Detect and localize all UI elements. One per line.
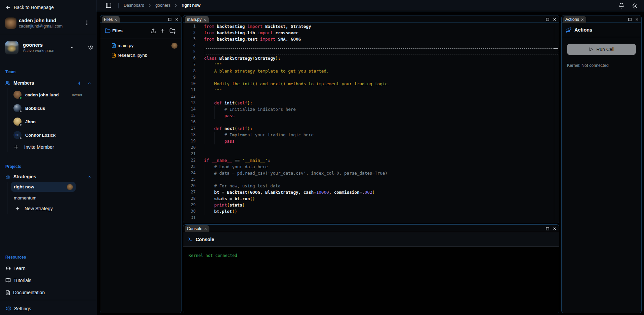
maximize-icon[interactable] [546,17,550,21]
strategy-item-momentum[interactable]: momentum [14,195,37,200]
back-to-homepage-button[interactable]: Back to Homepage [0,3,96,12]
maximize-icon[interactable] [546,227,550,231]
sidebar-item-documentation[interactable]: Documentation [5,289,89,296]
code-line[interactable]: 29 print(stats) [183,202,559,208]
code-line[interactable]: 28 stats = bt.run() [183,195,559,202]
invite-member-button[interactable]: Invite Member [13,144,91,150]
line-number: 6 [183,55,196,61]
breadcrumb-right-now[interactable]: right now [182,3,200,8]
close-icon[interactable] [553,17,557,21]
run-cell-button[interactable]: Run Cell [567,44,636,55]
profile-menu-button[interactable] [84,20,89,26]
divider [118,3,119,8]
code-line[interactable]: 4 [183,42,559,49]
close-icon[interactable] [553,227,557,231]
code-line[interactable]: 24 # data = pd.read_csv('your_data.csv',… [183,170,559,176]
console-output[interactable]: Kernel not connected [183,247,559,313]
line-number: 14 [183,106,196,113]
chevron-up-icon[interactable] [87,81,91,85]
breadcrumb-gooners[interactable]: gooners [155,3,170,8]
bell-icon[interactable] [618,3,625,9]
member-row[interactable]: caden john lundowner [13,90,91,99]
members-header[interactable]: Members 4 [5,80,91,86]
code-line[interactable]: 7 """ [183,61,559,68]
code-line[interactable]: 15 pass [183,113,559,119]
strategies-header[interactable]: Strategies [5,174,91,179]
code-line[interactable]: 13 def init(self): [183,100,559,106]
strategy-item-right-now[interactable]: right now [11,182,76,192]
close-icon[interactable] [114,18,118,21]
code-line[interactable]: 26 # For now, using test data [183,183,559,189]
code-line[interactable]: 18 # Implement your trading logic here [183,132,559,138]
close-icon[interactable] [175,17,179,21]
user-name: caden john lund [19,17,91,24]
code-line[interactable]: 6class BlankStrategy(Strategy): [183,55,559,61]
sidebar-item-settings[interactable]: Settings [6,305,90,312]
close-icon[interactable] [635,17,639,21]
file-row[interactable]: research.ipynb [100,50,181,60]
tab-files[interactable]: Files [102,16,120,23]
upload-icon[interactable] [151,28,156,34]
sidebar-item-tutorials[interactable]: Tutorials [5,277,89,283]
code-editor[interactable]: 1from backtesting import Backtest, Strat… [183,23,559,223]
new-strategy-label: New Strategy [25,206,53,211]
code-line[interactable]: 31 [183,215,559,221]
maximize-icon[interactable] [168,17,172,21]
sidebar-item-learn[interactable]: Learn [5,265,89,271]
member-row[interactable]: Bobbicus [13,103,91,113]
code-line[interactable]: 19 pass [183,138,559,144]
code-line[interactable]: 23 # Load your data here [183,164,559,170]
code-line[interactable]: 9 [183,74,559,81]
tab-actions[interactable]: Actions [563,16,586,23]
line-number: 31 [183,215,196,221]
panel-left-toggle-icon[interactable] [106,2,112,8]
user-profile[interactable]: caden john lund cadenjlund@gmail.com [5,17,91,29]
workspace-name: gooners [23,42,92,48]
line-number: 28 [183,195,196,202]
close-icon[interactable] [204,227,207,231]
code-line[interactable]: 12 [183,93,559,100]
file-code-icon [111,53,116,58]
code-line[interactable]: 30 bt.plot() [183,208,559,215]
divider [0,300,96,300]
member-row[interactable]: CLConnor Lozick [13,130,91,140]
workspace-settings-gear-icon[interactable] [88,45,93,50]
workspace-switcher[interactable]: gooners Active workspace [5,41,92,55]
chevron-up-icon[interactable] [87,175,91,179]
bar-chart-icon [5,174,10,179]
code-line[interactable]: 17 def next(self): [183,125,559,132]
tab-main-py[interactable]: main.py [185,16,209,23]
console-output-text: Kernel not connected [189,253,237,258]
code-line[interactable]: 21 [183,151,559,157]
member-row[interactable]: Jhon [13,117,91,126]
close-icon[interactable] [580,18,584,21]
strategies-label: Strategies [13,174,87,179]
code-line[interactable]: 3from backtesting.test import SMA, GOOG [183,36,559,42]
code-line[interactable]: 14 # Initialize indicators here [183,106,559,113]
maximize-icon[interactable] [628,17,632,21]
plus-icon[interactable] [160,28,165,34]
learn-label: Learn [13,266,26,271]
member-name: Jhon [25,119,91,124]
code-line[interactable]: 11 """ [183,87,559,93]
breadcrumb-dashboard[interactable]: Dashboard [124,3,144,8]
chevron-down-icon[interactable] [70,45,75,50]
tab-console[interactable]: Console [185,225,209,232]
code-line[interactable]: 10 Modify the init() and next() methods … [183,81,559,87]
code-line[interactable]: 22if __name__ == '__main__': [183,157,559,164]
new-strategy-button[interactable]: New Strategy [15,206,82,212]
sun-icon[interactable] [632,3,638,9]
file-row[interactable]: main.py [100,41,181,50]
files-header: Files [100,23,181,39]
code-line[interactable]: 25 [183,176,559,183]
code-line[interactable]: 16 [183,119,559,125]
scrollbar-thumb[interactable] [554,48,558,49]
code-line[interactable]: 1from backtesting import Backtest, Strat… [183,23,559,30]
user-avatar [5,17,16,29]
code-line[interactable]: 20 [183,144,559,151]
close-icon[interactable] [203,18,207,21]
code-line[interactable]: 27 bt = Backtest(GOOG, BlankStrategy, ca… [183,189,559,195]
code-line[interactable]: 8 A blank strategy template to get you s… [183,68,559,74]
folder-plus-icon[interactable] [169,28,175,34]
code-line[interactable]: 2from backtesting.lib import crossover [183,30,559,36]
